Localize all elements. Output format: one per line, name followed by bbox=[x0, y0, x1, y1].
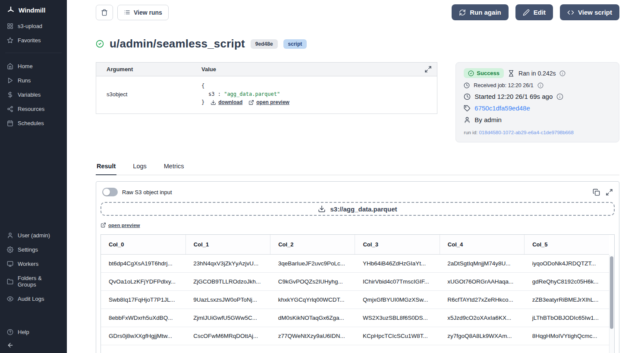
tab-result[interactable]: Result bbox=[96, 163, 116, 175]
started-text: Started 12:20 26/1 69s ago bbox=[474, 93, 553, 100]
json-string-value: "agg_data.parquet" bbox=[224, 91, 280, 97]
copy-icon[interactable] bbox=[593, 189, 600, 196]
tab-logs[interactable]: Logs bbox=[132, 163, 147, 175]
table-cell: jLThBTbOBJODIc65Iw1... bbox=[525, 309, 609, 327]
brand-label: Windmill bbox=[19, 6, 45, 14]
toggle-knob bbox=[103, 189, 110, 195]
table-header-row: Col_0 Col_1 Col_2 Col_3 Col_4 Col_5 bbox=[101, 235, 609, 255]
sidebar-item-user[interactable]: User (admin) bbox=[0, 228, 67, 243]
table-cell: bt6dp4CgXsA19T6hdrj... bbox=[101, 255, 185, 273]
tab-metrics[interactable]: Metrics bbox=[163, 163, 185, 175]
table-scrollbar-track[interactable] bbox=[609, 255, 614, 353]
column-header[interactable]: Col_5 bbox=[525, 235, 609, 255]
table-cell: 3qeBarIueJF2uvc9PoLc... bbox=[270, 255, 355, 273]
sidebar-item-audit-logs[interactable]: Audit Logs bbox=[0, 292, 67, 306]
sidebar-item-help[interactable]: Help bbox=[0, 325, 67, 339]
sidebar-item-home[interactable]: Home bbox=[0, 59, 67, 73]
code-icon bbox=[567, 9, 574, 16]
page-title: u/admin/seamless_script bbox=[110, 37, 245, 50]
info-icon[interactable] bbox=[559, 70, 565, 76]
column-header[interactable]: Col_3 bbox=[355, 235, 440, 255]
download-icon bbox=[318, 205, 326, 213]
table-cell: IChirVbid4c07TmscIGIF... bbox=[355, 273, 440, 291]
table-row: Swb8Iq17FqHjoT7P1JL... 9UazLsxzsJW0oPToN… bbox=[101, 291, 609, 309]
refresh-icon bbox=[459, 9, 466, 16]
help-circle-icon bbox=[7, 329, 13, 335]
author-text: By admin bbox=[474, 116, 502, 123]
table-row: GDrs0j8wXXgfHgjjMtw... CscOFwM6MRqDOttAj… bbox=[101, 327, 609, 345]
clock-icon bbox=[464, 82, 470, 88]
table-cell: iyqoODoNk4JRDQTZT... bbox=[525, 255, 609, 273]
view-runs-button[interactable]: View runs bbox=[117, 5, 169, 20]
sidebar-item-label: User (admin) bbox=[18, 232, 50, 239]
result-panel: Raw S3 object input s3://agg_data.parque… bbox=[96, 181, 619, 353]
sidebar-item-s3-upload[interactable]: s3-upload bbox=[0, 19, 67, 33]
grid-icon bbox=[7, 23, 13, 29]
sidebar-item-label: Settings bbox=[18, 246, 38, 253]
value-column-header: Value bbox=[201, 66, 216, 72]
json-close-line: } download open preview bbox=[201, 98, 289, 107]
expand-icon[interactable] bbox=[424, 66, 432, 73]
table-cell: x5Jzd9cO2oXAxIa6KX... bbox=[440, 309, 524, 327]
raw-s3-toggle[interactable] bbox=[102, 188, 118, 196]
delete-button[interactable] bbox=[96, 5, 113, 20]
sidebar-item-schedules[interactable]: Schedules bbox=[0, 116, 67, 130]
table-scrollbar-thumb[interactable] bbox=[610, 256, 613, 329]
edit-button[interactable]: Edit bbox=[515, 4, 553, 20]
trash-icon bbox=[101, 9, 108, 16]
column-header[interactable]: Col_2 bbox=[270, 235, 355, 255]
info-icon[interactable] bbox=[556, 93, 563, 100]
view-script-button[interactable]: View script bbox=[560, 4, 619, 20]
table-cell: 8HqgHMoIVYtighQcmc... bbox=[525, 327, 609, 345]
table-cell: dM0sKikNOTaqGx6Zga... bbox=[270, 309, 355, 327]
open-preview-link[interactable]: open preview bbox=[248, 98, 289, 107]
check-circle-icon bbox=[468, 70, 474, 76]
job-id-link[interactable]: 6750c1dfa59ed48e bbox=[474, 104, 530, 112]
table-row: 8ebbFxWDxrh5uXdBQ... ZjmlJUiGwfU5GWw5C..… bbox=[101, 309, 609, 327]
sidebar-item-folders-groups[interactable]: Folders & Groups bbox=[0, 271, 67, 292]
open-preview-link[interactable]: open preview bbox=[101, 222, 140, 228]
folder-icon bbox=[7, 278, 13, 285]
status-row-job-id: 6750c1dfa59ed48e bbox=[464, 104, 611, 112]
monitor-icon bbox=[7, 261, 13, 267]
sidebar-item-favorites[interactable]: Favorites bbox=[0, 33, 67, 47]
sidebar-item-resources[interactable]: Resources bbox=[0, 102, 67, 116]
sidebar-item-label: Favorites bbox=[18, 37, 41, 44]
run-id-link[interactable]: 018d4580-1072-ab29-e6a4-c1de9798b668 bbox=[479, 130, 573, 135]
argument-value-json: { s3 : "agg_data.parquet" } download bbox=[201, 82, 289, 107]
table-row: bt6dp4CgXsA19T6hdrj... 23hN4qxV3jZkYyAzj… bbox=[101, 255, 609, 273]
expand-icon[interactable] bbox=[606, 189, 613, 196]
status-row-received: Received job: 12:20 26/1 bbox=[464, 82, 611, 88]
run-again-button[interactable]: Run again bbox=[452, 4, 509, 20]
json-colon: : bbox=[218, 91, 221, 97]
user-icon bbox=[7, 232, 13, 239]
main-content: View runs Run again Edit View script u/a… bbox=[67, 0, 644, 353]
sidebar-item-label: Folders & Groups bbox=[18, 275, 60, 288]
column-header[interactable]: Col_0 bbox=[101, 235, 185, 255]
info-icon[interactable] bbox=[537, 82, 543, 88]
edit-label: Edit bbox=[534, 9, 546, 16]
s3-file-name: s3://agg_data.parquet bbox=[330, 205, 397, 213]
table-cell: QvOa1oLzKFjYDFPdlxy... bbox=[101, 273, 185, 291]
json-close-brace: } bbox=[201, 98, 204, 107]
column-header[interactable]: Col_1 bbox=[185, 235, 270, 255]
duration-text: Ran in 0.242s bbox=[518, 70, 556, 77]
sidebar-collapse[interactable] bbox=[0, 339, 67, 353]
sidebar-item-runs[interactable]: Runs bbox=[0, 73, 67, 88]
table-cell: R6cfTAYtd27xZeRHkco... bbox=[440, 291, 524, 309]
nodes-icon bbox=[7, 106, 13, 112]
sidebar-item-workers[interactable]: Workers bbox=[0, 257, 67, 271]
sidebar-item-settings[interactable]: Settings bbox=[0, 243, 67, 257]
status-badge: Success bbox=[464, 68, 504, 78]
column-header[interactable]: Col_4 bbox=[440, 235, 524, 255]
sidebar-item-variables[interactable]: Variables bbox=[0, 88, 67, 102]
status-badge-label: Success bbox=[477, 70, 499, 76]
s3-file-download-box[interactable]: s3://agg_data.parquet bbox=[101, 202, 615, 216]
table-cell: 8ebbFxWDxrh5uXdBQ... bbox=[101, 309, 185, 327]
sidebar-item-label: Schedules bbox=[18, 120, 44, 126]
toolbar-right: Run again Edit View script bbox=[452, 4, 619, 20]
download-link[interactable]: download bbox=[210, 98, 242, 107]
windmill-logo-icon bbox=[7, 6, 15, 14]
dollar-icon bbox=[7, 91, 13, 98]
brand[interactable]: Windmill bbox=[0, 0, 67, 19]
